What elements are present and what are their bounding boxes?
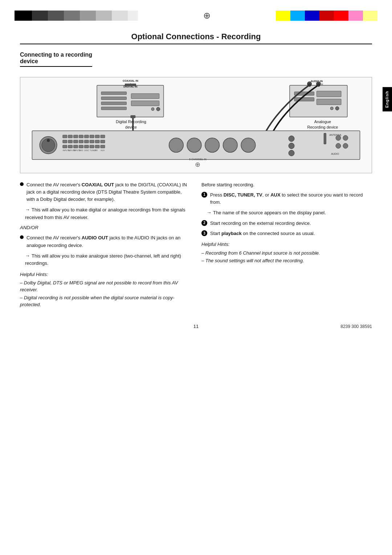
step-num-2: 2 xyxy=(201,220,207,226)
svg-rect-46 xyxy=(90,140,94,143)
svg-text:COAXIAL IN: COAXIAL IN xyxy=(123,79,138,82)
svg-text:5 CHANNEL IN: 5 CHANNEL IN xyxy=(189,158,207,161)
svg-point-79 xyxy=(343,143,348,149)
svg-text:DISC: DISC xyxy=(84,149,89,151)
svg-rect-15 xyxy=(290,85,347,117)
out-label: OUT xyxy=(98,235,108,240)
svg-point-28 xyxy=(317,83,320,87)
svg-rect-50 xyxy=(68,145,73,148)
svg-rect-9 xyxy=(114,79,147,87)
hints-label-right: Helpful Hints: xyxy=(201,241,372,248)
svg-rect-37 xyxy=(84,135,89,138)
svg-rect-4 xyxy=(101,107,126,110)
section-heading-line2: device xyxy=(20,58,38,64)
svg-point-77 xyxy=(343,135,348,141)
svg-rect-39 xyxy=(95,135,99,138)
svg-rect-5 xyxy=(131,94,159,99)
arrow-symbol-1: → xyxy=(25,207,30,212)
svg-text:AUDIO IN: AUDIO IN xyxy=(311,80,323,83)
svg-text:/: / xyxy=(130,82,131,86)
svg-point-30 xyxy=(40,137,57,154)
svg-point-27 xyxy=(308,83,311,87)
svg-rect-44 xyxy=(79,140,83,143)
step-text-2: Start recording on the external recordin… xyxy=(210,220,372,227)
step-3: 3 Start playback on the connected source… xyxy=(201,230,372,237)
svg-rect-18 xyxy=(317,91,341,97)
svg-rect-54 xyxy=(90,145,94,148)
svg-rect-17 xyxy=(294,98,314,101)
svg-text:R: R xyxy=(321,83,323,86)
svg-rect-35 xyxy=(74,135,78,138)
svg-rect-29 xyxy=(32,131,360,159)
svg-point-73 xyxy=(289,150,294,156)
section-heading: Connecting to a recording device xyxy=(20,52,92,67)
hint-right-2: – The sound settings will not affect the… xyxy=(201,257,372,264)
svg-text:AUDIO: AUDIO xyxy=(331,153,339,155)
svg-rect-55 xyxy=(95,145,99,148)
svg-text:⊕: ⊕ xyxy=(195,161,200,168)
svg-rect-33 xyxy=(63,135,67,138)
svg-rect-38 xyxy=(90,135,94,138)
svg-rect-42 xyxy=(68,140,73,143)
hint-right-1: – Recording from 6 Channel input source … xyxy=(201,250,372,257)
svg-rect-1 xyxy=(101,92,126,95)
step-text-3: Start playback on the connected source a… xyxy=(210,230,372,237)
svg-rect-74 xyxy=(324,133,326,144)
svg-text:DIGITAL IN: DIGITAL IN xyxy=(123,85,138,88)
andor-label: AND/OR xyxy=(20,224,191,231)
svg-rect-19 xyxy=(317,99,341,105)
svg-point-31 xyxy=(42,139,55,152)
bullet-item-2: Connect the AV receiver's AUDIO OUT jack… xyxy=(20,234,191,249)
svg-rect-45 xyxy=(84,140,89,143)
svg-rect-0 xyxy=(97,85,164,117)
svg-point-8 xyxy=(151,108,154,110)
header-color-bars: ⊕ xyxy=(0,0,392,25)
arrow-text-2: →This will allow you to make analogue st… xyxy=(25,252,191,267)
page-number: 11 xyxy=(137,324,254,329)
svg-text:TV: TV xyxy=(95,149,98,151)
svg-rect-56 xyxy=(101,145,105,148)
hints-label-left: Helpful Hints: xyxy=(20,271,191,278)
svg-point-76 xyxy=(336,135,341,141)
page-footer: 11 8239 300 38591 xyxy=(20,324,372,329)
step1-arrow: →The name of the source appears on the d… xyxy=(207,209,372,217)
color-bar-right xyxy=(276,11,377,21)
svg-rect-3 xyxy=(101,102,126,105)
svg-rect-36 xyxy=(79,135,83,138)
svg-point-71 xyxy=(289,136,294,142)
svg-rect-47 xyxy=(95,140,99,143)
arrow-symbol-3: → xyxy=(207,210,212,215)
arrow-text-1: →This will allow you to make digital or … xyxy=(25,206,191,221)
svg-point-72 xyxy=(289,143,294,149)
svg-point-66 xyxy=(187,138,201,153)
svg-rect-40 xyxy=(101,135,105,138)
svg-text:INPUT1: INPUT1 xyxy=(63,149,70,151)
svg-text:ANTENNA: ANTENNA xyxy=(329,134,342,136)
step-2: 2 Start recording on the external record… xyxy=(201,220,372,227)
arrow-symbol-2: → xyxy=(25,253,30,259)
svg-text:DVD: DVD xyxy=(79,149,83,151)
svg-rect-52 xyxy=(79,145,83,148)
digital-device-label: Digital Recording device xyxy=(91,119,171,130)
right-column: Before starting recording. 1 Press DISC,… xyxy=(201,181,372,309)
svg-rect-51 xyxy=(74,145,78,148)
bullet-dot-2 xyxy=(20,235,24,239)
svg-text:INPUT2: INPUT2 xyxy=(68,149,75,151)
page-title: Optional Connections - Recording xyxy=(20,32,372,44)
before-recording-label: Before starting recording. xyxy=(201,181,372,189)
page-code: 8239 300 38591 xyxy=(340,324,372,329)
svg-point-21 xyxy=(330,107,333,110)
svg-rect-34 xyxy=(68,135,73,138)
step-num-1: 1 xyxy=(201,192,207,198)
svg-rect-41 xyxy=(63,140,67,143)
step-text-1: Press DISC, TUNER, TV, or AUX to select … xyxy=(210,191,372,206)
analogue-device-label: Analogue Recording device xyxy=(294,119,352,130)
svg-rect-48 xyxy=(101,140,105,143)
body-text: Connect the AV receiver's COAXIAL OUT ja… xyxy=(20,181,372,309)
svg-point-32 xyxy=(47,139,50,142)
bullet-text-1: Connect the AV receiver's COAXIAL OUT ja… xyxy=(26,181,191,203)
svg-rect-16 xyxy=(294,92,314,96)
svg-point-20 xyxy=(335,106,339,110)
svg-point-69 xyxy=(241,138,256,153)
svg-point-68 xyxy=(223,138,237,153)
